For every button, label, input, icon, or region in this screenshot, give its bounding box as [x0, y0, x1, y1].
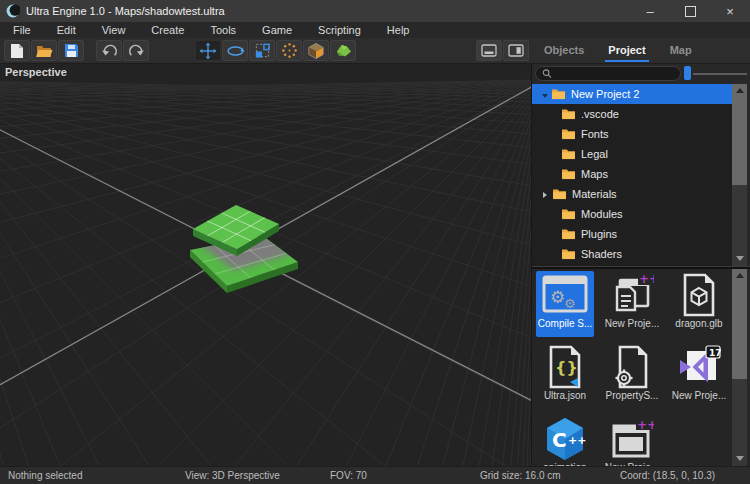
asset-scrollbar-thumb[interactable]: [732, 269, 747, 379]
scale-tool-button[interactable]: [249, 40, 275, 61]
project-panel: New Project 2 .vscode Fonts: [531, 64, 750, 466]
tab-project[interactable]: Project: [608, 38, 645, 63]
file-label: dragon.glb: [675, 318, 722, 329]
visual-studio-icon: 17: [677, 344, 721, 390]
tree-scrollbar[interactable]: [732, 84, 747, 266]
svg-text:++: ++: [639, 272, 654, 286]
search-icon: [542, 68, 552, 79]
folder-icon: [561, 168, 576, 180]
move-tool-button[interactable]: [195, 40, 221, 61]
layout-right-panel-icon: [508, 44, 524, 57]
statusbar: Nothing selected View: 3D Perspective FO…: [0, 466, 750, 484]
menu-scripting[interactable]: Scripting: [305, 22, 374, 38]
window-title: Ultra Engine 1.0 - Maps/shadowtest.ultra: [26, 5, 225, 17]
folder-icon: [561, 108, 576, 120]
file-tile-animation-cpp[interactable]: C ++ animation: [536, 415, 594, 466]
layout-right-panel-button[interactable]: [503, 40, 529, 61]
tree-item[interactable]: Fonts: [532, 124, 732, 144]
tree-item[interactable]: Modules: [532, 204, 732, 224]
file-tile-ultra-json[interactable]: {} Ultra.json: [536, 343, 594, 409]
file-tile-new-project-cpp[interactable]: ++ New Proje...: [603, 271, 661, 337]
menu-file[interactable]: File: [0, 22, 44, 38]
svg-text:++: ++: [568, 434, 586, 447]
new-file-button[interactable]: [4, 40, 30, 61]
folder-icon: [561, 228, 576, 240]
folder-icon: [561, 248, 576, 260]
status-view: View: 3D Perspective: [185, 467, 280, 484]
folder-icon: [561, 128, 576, 140]
save-button[interactable]: [58, 40, 84, 61]
scroll-up-icon[interactable]: [736, 273, 744, 278]
search-input[interactable]: [556, 68, 674, 79]
redo-button[interactable]: [123, 40, 149, 61]
menu-create[interactable]: Create: [138, 22, 197, 38]
tree-scrollbar-thumb[interactable]: [732, 84, 747, 185]
file-tile-new-project-window[interactable]: ++ New Proje...: [603, 415, 661, 466]
app-logo-icon: [6, 4, 20, 18]
scroll-down-icon[interactable]: [736, 256, 744, 261]
cube-tool-button[interactable]: [303, 40, 329, 61]
file-tile-dragon-glb[interactable]: dragon.glb: [670, 271, 728, 337]
vertex-tool-button[interactable]: [276, 40, 302, 61]
scroll-down-icon[interactable]: [736, 456, 744, 461]
file-tile-compile[interactable]: ⚙ ⚙ Compile S...: [536, 271, 594, 337]
file-label: Ultra.json: [544, 390, 586, 401]
redo-icon: [128, 43, 145, 58]
menu-view[interactable]: View: [89, 22, 139, 38]
layout-bottom-panel-button[interactable]: [476, 40, 502, 61]
scroll-up-icon[interactable]: [736, 88, 744, 93]
project-tree: New Project 2 .vscode Fonts: [532, 84, 732, 266]
file-tile-new-project-vs[interactable]: 17 New Proje...: [670, 343, 728, 409]
tree-item-root[interactable]: New Project 2: [532, 84, 732, 104]
minimize-icon: –: [646, 4, 653, 19]
maximize-icon: [685, 6, 696, 17]
svg-text:++: ++: [637, 418, 654, 432]
tree-item[interactable]: Legal: [532, 144, 732, 164]
tab-objects[interactable]: Objects: [544, 38, 584, 63]
maximize-button[interactable]: [670, 0, 710, 22]
asset-scrollbar[interactable]: [732, 269, 747, 466]
close-icon: ×: [726, 4, 734, 19]
status-coord: Coord: (18.5, 0, 10.3): [620, 467, 715, 484]
folder-icon: [552, 188, 567, 200]
model-tool-button[interactable]: [330, 40, 356, 61]
undo-button[interactable]: [96, 40, 122, 61]
svg-text:C: C: [552, 428, 567, 452]
menu-game[interactable]: Game: [249, 22, 305, 38]
search-box[interactable]: [535, 66, 681, 81]
icon-size-slider-track[interactable]: [693, 73, 747, 75]
caret-down-icon[interactable]: [542, 88, 551, 100]
menubar: File Edit View Create Tools Game Scripti…: [0, 22, 750, 38]
menu-tools[interactable]: Tools: [197, 22, 249, 38]
ultra-engine-window: Ultra Engine 1.0 - Maps/shadowtest.ultra…: [0, 0, 750, 484]
undo-icon: [101, 43, 118, 58]
icon-size-slider-thumb[interactable]: [684, 66, 691, 80]
rotate-tool-button[interactable]: [222, 40, 248, 61]
svg-text:{}: {}: [555, 358, 578, 377]
tree-item[interactable]: Maps: [532, 164, 732, 184]
tree-item[interactable]: .vscode: [532, 104, 732, 124]
window-controls: – ×: [630, 0, 750, 22]
open-button[interactable]: [31, 40, 57, 61]
tree-item[interactable]: Shaders: [532, 244, 732, 264]
rotate-icon: [226, 44, 245, 58]
file-label: PropertyS...: [606, 390, 659, 401]
folder-icon: [561, 148, 576, 160]
json-document-icon: {}: [545, 344, 585, 390]
menu-edit[interactable]: Edit: [44, 22, 89, 38]
tree-item-materials[interactable]: Materials: [532, 184, 732, 204]
minimize-button[interactable]: –: [630, 0, 670, 22]
3d-model-document-icon: [679, 272, 719, 318]
viewport-canvas[interactable]: [0, 64, 531, 466]
close-button[interactable]: ×: [710, 0, 750, 22]
save-floppy-icon: [64, 43, 79, 58]
toolbar: Objects Project Map: [0, 38, 750, 64]
file-tile-propertysheet[interactable]: PropertyS...: [603, 343, 661, 409]
status-fov: FOV: 70: [330, 467, 367, 484]
caret-right-icon[interactable]: [543, 188, 552, 200]
menu-help[interactable]: Help: [374, 22, 423, 38]
file-label: Compile S...: [538, 318, 592, 329]
viewport-3d[interactable]: Perspective: [0, 64, 531, 466]
tree-item[interactable]: Plugins: [532, 224, 732, 244]
tab-map[interactable]: Map: [670, 38, 692, 63]
